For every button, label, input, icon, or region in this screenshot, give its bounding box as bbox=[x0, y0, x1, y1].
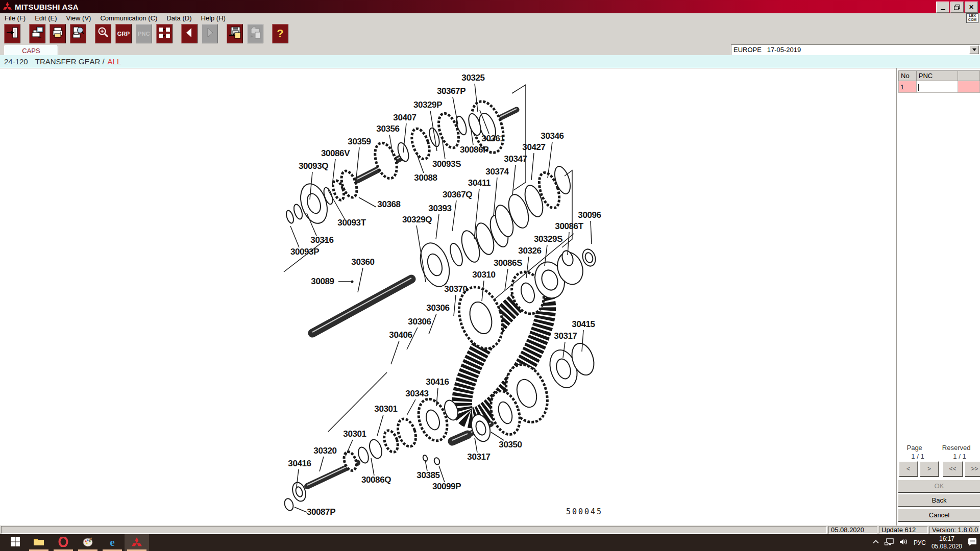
start-button[interactable] bbox=[4, 534, 27, 551]
part-label-30346[interactable]: 30346 bbox=[541, 131, 564, 141]
part-label-30359[interactable]: 30359 bbox=[348, 137, 371, 147]
part-label-30087P[interactable]: 30087P bbox=[307, 507, 335, 517]
part-label-30093T[interactable]: 30093T bbox=[337, 218, 365, 228]
status-update: Update 612 bbox=[879, 526, 928, 534]
part-label-30326[interactable]: 30326 bbox=[518, 246, 541, 256]
network-icon[interactable] bbox=[885, 538, 894, 547]
menu-item-edit[interactable]: Edit (E) bbox=[30, 14, 61, 22]
part-label-30361[interactable]: 30361 bbox=[481, 134, 504, 144]
part-label-30086S[interactable]: 30086S bbox=[494, 258, 522, 268]
part-label-30086P[interactable]: 30086P bbox=[460, 145, 488, 155]
taskbar-app-mitsubishi-asa[interactable] bbox=[125, 534, 149, 551]
toolbar: GRPPNC? bbox=[0, 23, 980, 44]
part-label-30093Q[interactable]: 30093Q bbox=[299, 161, 328, 171]
grp-button[interactable]: GRP bbox=[115, 24, 132, 43]
part-label-30329S[interactable]: 30329S bbox=[534, 234, 562, 244]
part-label-30325[interactable]: 30325 bbox=[461, 73, 484, 83]
part-label-30370[interactable]: 30370 bbox=[444, 284, 467, 294]
part-label-30096[interactable]: 30096 bbox=[578, 210, 601, 220]
page-prev-button[interactable]: < bbox=[899, 461, 918, 477]
part-label-30088[interactable]: 30088 bbox=[414, 173, 437, 183]
part-label-30411[interactable]: 30411 bbox=[468, 178, 491, 188]
save-export-button[interactable] bbox=[227, 24, 243, 43]
part-label-30099P[interactable]: 30099P bbox=[432, 482, 461, 492]
minimize-button[interactable] bbox=[936, 2, 949, 13]
print-preview-icon bbox=[31, 26, 44, 41]
print-button[interactable] bbox=[50, 24, 66, 43]
part-label-30360[interactable]: 30360 bbox=[351, 257, 374, 267]
part-label-30310[interactable]: 30310 bbox=[472, 270, 495, 280]
reserved-last-button[interactable]: >> bbox=[965, 461, 980, 477]
drawing-number: 500045 bbox=[566, 507, 603, 516]
part-label-30356[interactable]: 30356 bbox=[376, 124, 399, 134]
status-version: Version: 1.8.0.0 bbox=[929, 526, 979, 534]
part-label-30393[interactable]: 30393 bbox=[428, 204, 451, 214]
part-label-30086T[interactable]: 30086T bbox=[555, 221, 583, 232]
part-label-30416[interactable]: 30416 bbox=[288, 459, 311, 469]
ok-button[interactable]: OK bbox=[898, 480, 980, 492]
part-label-30086V[interactable]: 30086V bbox=[321, 148, 350, 159]
part-label-30306[interactable]: 30306 bbox=[426, 303, 449, 313]
part-label-30406[interactable]: 30406 bbox=[389, 330, 412, 340]
part-label-30427[interactable]: 30427 bbox=[522, 142, 545, 153]
close-button[interactable]: ✕ bbox=[965, 2, 978, 13]
back-button[interactable] bbox=[181, 24, 198, 43]
tray-expand-icon[interactable] bbox=[873, 538, 879, 546]
menu-item-view[interactable]: View (V) bbox=[62, 14, 96, 22]
part-label-30374[interactable]: 30374 bbox=[485, 167, 508, 177]
part-label-30385[interactable]: 30385 bbox=[416, 470, 439, 481]
region-select[interactable]: EUROPE 17-05-2019 bbox=[731, 44, 980, 55]
part-label-30350[interactable]: 30350 bbox=[499, 440, 522, 450]
volume-icon[interactable] bbox=[899, 538, 908, 547]
part-label-30347[interactable]: 30347 bbox=[504, 154, 527, 164]
part-label-30407[interactable]: 30407 bbox=[393, 113, 416, 123]
taskbar-app-edge[interactable]: e bbox=[100, 534, 125, 551]
part-label-30316[interactable]: 30316 bbox=[310, 235, 333, 245]
part-label-30329P[interactable]: 30329P bbox=[413, 100, 442, 110]
part-label-30368[interactable]: 30368 bbox=[377, 199, 400, 210]
help-button[interactable]: ? bbox=[272, 24, 288, 43]
menu-item-communication[interactable]: Communication (C) bbox=[95, 14, 162, 22]
part-label-30367Q[interactable]: 30367Q bbox=[443, 190, 472, 200]
part-label-30086Q[interactable]: 30086Q bbox=[361, 475, 391, 485]
back-button[interactable]: Back bbox=[898, 494, 980, 507]
language-indicator[interactable]: РУС bbox=[914, 539, 926, 546]
taskbar-app-opera[interactable] bbox=[51, 534, 76, 551]
start-icon bbox=[10, 537, 20, 549]
print-search-button[interactable] bbox=[70, 24, 86, 43]
part-label-30415[interactable]: 30415 bbox=[572, 319, 595, 330]
part-label-30317[interactable]: 30317 bbox=[554, 331, 577, 341]
menu-item-file[interactable]: File (F) bbox=[0, 14, 30, 22]
part-label-30306[interactable]: 30306 bbox=[408, 317, 431, 327]
help-icon: ? bbox=[277, 27, 283, 40]
exit-button[interactable] bbox=[4, 24, 20, 43]
part-label-30093P[interactable]: 30093P bbox=[290, 247, 319, 257]
part-label-30317[interactable]: 30317 bbox=[467, 452, 490, 462]
reserved-first-button[interactable]: << bbox=[943, 461, 963, 477]
part-label-30093S[interactable]: 30093S bbox=[432, 159, 461, 169]
zoom-button[interactable] bbox=[95, 24, 111, 43]
notification-center-icon[interactable] bbox=[968, 538, 977, 548]
part-label-30301[interactable]: 30301 bbox=[374, 404, 397, 414]
part-label-30320[interactable]: 30320 bbox=[313, 446, 336, 456]
part-label-30343[interactable]: 30343 bbox=[405, 389, 428, 399]
part-label-30329Q[interactable]: 30329Q bbox=[402, 215, 432, 225]
menu-item-data[interactable]: Data (D) bbox=[162, 14, 196, 22]
taskbar-app-file-explorer[interactable] bbox=[27, 534, 51, 551]
part-label-30416[interactable]: 30416 bbox=[426, 377, 449, 387]
tab-caps[interactable]: CAPS bbox=[4, 45, 58, 56]
clock[interactable]: 16:17 05.08.2020 bbox=[932, 535, 962, 550]
menu-item-help[interactable]: Help (H) bbox=[197, 14, 230, 22]
print-preview-button[interactable] bbox=[29, 24, 45, 43]
cancel-button[interactable]: Cancel bbox=[898, 509, 980, 521]
restore-button[interactable] bbox=[950, 2, 964, 13]
pnc-input-cell[interactable] bbox=[916, 81, 958, 93]
region-select-dropdown-button[interactable] bbox=[969, 45, 979, 54]
part-label-30301[interactable]: 30301 bbox=[343, 429, 366, 439]
part-label-30367P[interactable]: 30367P bbox=[437, 86, 465, 96]
part-label-30089[interactable]: 30089 bbox=[311, 277, 334, 287]
restore-icon bbox=[954, 5, 960, 10]
tiles-button[interactable] bbox=[156, 24, 173, 43]
taskbar-app-paint[interactable] bbox=[76, 534, 100, 551]
page-next-button[interactable]: > bbox=[920, 461, 939, 477]
